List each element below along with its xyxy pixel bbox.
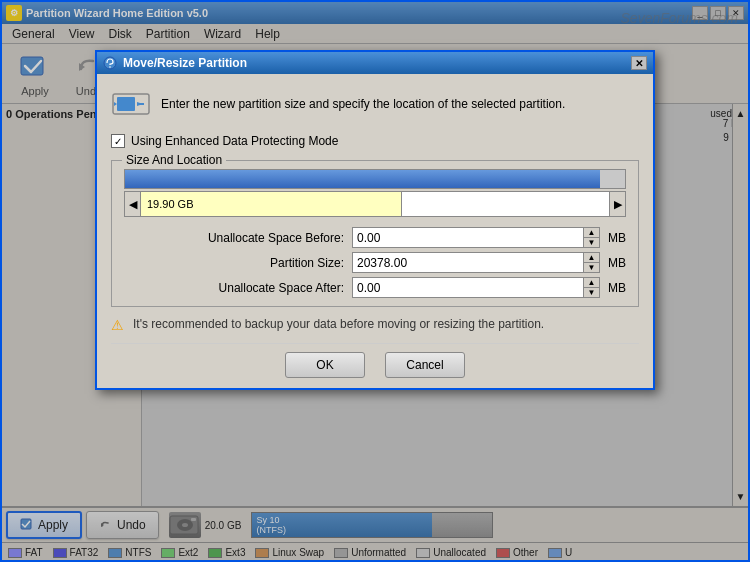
group-legend: Size And Location [122,153,226,167]
field1-label: Unallocate Space Before: [184,231,344,245]
app-window: ⚙ Partition Wizard Home Edition v5.0 _ □… [0,0,750,562]
form-grid: Unallocate Space Before: ▲ ▼ MB Partitio… [184,227,626,298]
partition-size-text: 19.90 GB [147,198,193,210]
field1-unit: MB [608,231,626,245]
field2-input[interactable] [353,253,583,272]
ok-button[interactable]: OK [285,352,365,378]
viz-empty [402,192,609,216]
dialog-title-icon [103,56,117,70]
viz-right-arrow[interactable]: ▶ [609,192,625,216]
field3-spin: ▲ ▼ [583,278,599,297]
field1-spin: ▲ ▼ [583,228,599,247]
checkbox-row: ✓ Using Enhanced Data Protecting Mode [111,134,639,148]
dialog-title-left: Move/Resize Partition [103,56,247,70]
field3-input-wrap[interactable]: ▲ ▼ [352,277,600,298]
dialog: Move/Resize Partition ✕ [95,50,655,390]
enhanced-mode-checkbox[interactable]: ✓ [111,134,125,148]
size-location-group: Size And Location ◀ 19.90 GB [111,160,639,307]
cancel-button[interactable]: Cancel [385,352,465,378]
dialog-description: Enter the new partition size and specify… [161,97,565,111]
viz-track [124,169,626,189]
dialog-body: Enter the new partition size and specify… [97,74,653,388]
field3-unit: MB [608,281,626,295]
field1-spin-down[interactable]: ▼ [584,238,599,247]
dialog-title-bar: Move/Resize Partition ✕ [97,52,653,74]
dialog-main-icon [111,84,151,124]
warning-icon: ⚠ [111,317,127,333]
field2-spin-down[interactable]: ▼ [584,263,599,272]
viz-drag-row: ◀ 19.90 GB ▶ [124,191,626,217]
field2-input-wrap[interactable]: ▲ ▼ [352,252,600,273]
dialog-buttons: OK Cancel [111,343,639,378]
warning-text: It's recommended to backup your data bef… [133,317,544,331]
field2-spin: ▲ ▼ [583,253,599,272]
field3-spin-down[interactable]: ▼ [584,288,599,297]
viz-left-arrow[interactable]: ◀ [125,192,141,216]
field1-input[interactable] [353,228,583,247]
svg-rect-11 [117,97,135,111]
field3-input[interactable] [353,278,583,297]
field2-unit: MB [608,256,626,270]
field2-spin-up[interactable]: ▲ [584,253,599,263]
partition-size-label: 19.90 GB [141,192,402,216]
cancel-label: Cancel [406,358,443,372]
dialog-title: Move/Resize Partition [123,56,247,70]
svg-point-9 [109,66,111,68]
dialog-header: Enter the new partition size and specify… [111,84,639,124]
dialog-close-button[interactable]: ✕ [631,56,647,70]
viz-filled-bar [125,170,600,188]
ok-label: OK [316,358,333,372]
partition-viz: ◀ 19.90 GB ▶ [124,169,626,217]
field2-label: Partition Size: [184,256,344,270]
checkbox-label: Using Enhanced Data Protecting Mode [131,134,338,148]
warning-row: ⚠ It's recommended to backup your data b… [111,317,639,333]
field3-label: Unallocate Space After: [184,281,344,295]
field3-spin-up[interactable]: ▲ [584,278,599,288]
field1-input-wrap[interactable]: ▲ ▼ [352,227,600,248]
modal-overlay: Move/Resize Partition ✕ [2,2,748,560]
field1-spin-up[interactable]: ▲ [584,228,599,238]
